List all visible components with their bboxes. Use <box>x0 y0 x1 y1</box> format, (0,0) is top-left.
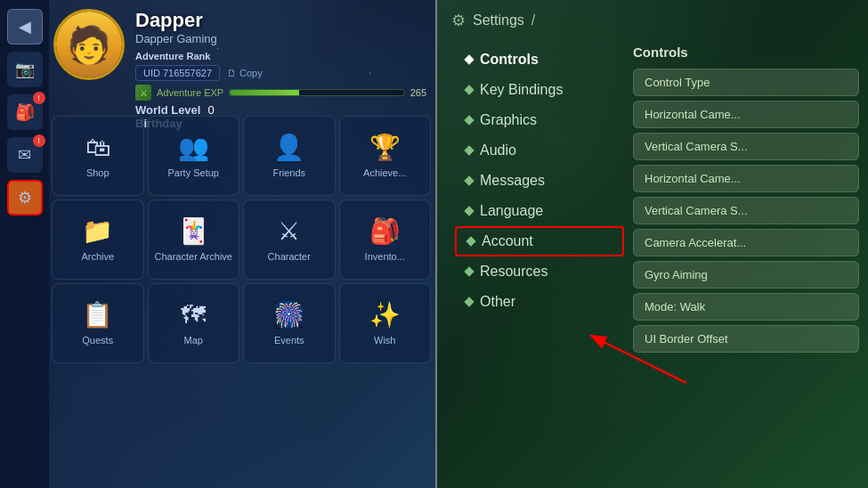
menu-item-party-setup[interactable]: 👥 Party Setup <box>148 116 240 196</box>
world-level-label: World Level <box>135 103 200 117</box>
shop-icon: 🛍 <box>85 133 110 162</box>
achievements-label: Achieve... <box>363 167 406 179</box>
friends-label: Friends <box>272 167 305 179</box>
left-panel: ◀ 📷 🎒 ! ✉ ! ⚙ 🧑 Dapper Dapper Gaming Adv… <box>0 0 435 488</box>
back-button[interactable]: ◀ <box>7 9 43 45</box>
menu-item-archive[interactable]: 📁 Archive <box>52 199 144 280</box>
menu-item-messages[interactable]: Messages <box>455 166 624 196</box>
diamond-icon-graphics <box>464 115 474 125</box>
inventory-icon: 🎒 <box>369 216 401 246</box>
quests-label: Quests <box>82 335 113 346</box>
diamond-icon-language <box>464 206 474 216</box>
quests-icon: 📋 <box>82 300 113 329</box>
menu-item-events[interactable]: 🎆 Events <box>243 283 336 363</box>
map-icon: 🗺 <box>181 300 206 329</box>
bag-icon: 🎒 <box>15 102 35 122</box>
menu-item-inventory[interactable]: 🎒 Invento... <box>339 199 432 280</box>
menu-item-resources[interactable]: Resources <box>455 256 624 287</box>
menu-item-graphics[interactable]: Graphics <box>455 105 624 135</box>
diamond-icon-messages <box>464 175 474 185</box>
menu-item-quests[interactable]: 📋 Quests <box>52 283 144 363</box>
avatar-inner: 🧑 <box>56 12 122 77</box>
profile-subtitle: Dapper Gaming <box>135 32 426 45</box>
exp-bar-fill <box>230 90 299 95</box>
account-label: Account <box>482 233 533 249</box>
settings-button[interactable]: ⚙ <box>7 180 43 216</box>
other-label: Other <box>480 294 515 310</box>
back-icon: ◀ <box>19 17 31 37</box>
graphics-label: Graphics <box>480 112 537 128</box>
party-setup-icon: 👥 <box>178 133 209 162</box>
character-icon: ⚔ <box>278 216 300 246</box>
controls-label: Controls <box>480 52 539 68</box>
audio-label: Audio <box>480 142 516 159</box>
profile-info: Dapper Dapper Gaming Adventure Rank UID … <box>135 9 426 130</box>
exp-value: 265 <box>410 87 426 98</box>
messages-label: Messages <box>480 173 545 189</box>
horizontal-camera-2-button[interactable]: Horizontal Came... <box>633 165 859 192</box>
menu-item-character[interactable]: ⚔ Character <box>243 199 336 280</box>
uid-badge: UID 716557627 <box>135 65 220 81</box>
diamond-icon-keybindings <box>464 85 474 94</box>
menu-item-friends[interactable]: 👤 Friends <box>243 116 336 196</box>
menu-item-key-bindings[interactable]: Key Bindings <box>455 75 624 105</box>
world-level-row: World Level 0 <box>135 103 426 117</box>
mode-walk-button[interactable]: Mode: Walk <box>633 293 859 321</box>
mail-icon: ✉ <box>18 145 31 165</box>
horizontal-camera-1-button[interactable]: Horizontal Came... <box>633 101 859 128</box>
copy-label: Copy <box>239 68 263 78</box>
character-archive-icon: 🃏 <box>178 216 209 246</box>
exp-bar-wrapper <box>229 89 404 96</box>
bag-badge: ! <box>33 92 45 104</box>
rank-label: Adventure Rank <box>135 51 426 61</box>
ui-border-offset-button[interactable]: UI Border Offset <box>633 325 859 353</box>
camera-icon: 📷 <box>15 60 35 79</box>
map-label: Map <box>184 335 203 346</box>
events-icon: 🎆 <box>273 300 304 329</box>
avatar: 🧑 <box>53 9 125 80</box>
camera-acceleration-button[interactable]: Camera Accelerat... <box>633 229 859 256</box>
controls-title: Controls <box>633 45 859 60</box>
character-archive-label: Character Archive <box>155 251 232 263</box>
menu-item-shop[interactable]: 🛍 Shop <box>52 116 144 196</box>
bag-button[interactable]: 🎒 ! <box>7 94 43 130</box>
mail-button[interactable]: ✉ ! <box>7 137 43 173</box>
language-label: Language <box>480 203 543 219</box>
control-type-button[interactable]: Control Type <box>633 69 859 96</box>
menu-grid: 🛍 Shop 👥 Party Setup 👤 Friends 🏆 Achieve… <box>52 116 431 363</box>
diamond-icon-resources <box>464 266 474 276</box>
menu-item-language[interactable]: Language <box>455 196 624 226</box>
world-level-value: 0 <box>207 103 214 117</box>
vertical-camera-2-button[interactable]: Vertical Camera S... <box>633 197 859 224</box>
exp-bar-container: ⚔ Adventure EXP 265 <box>135 85 426 101</box>
copy-button[interactable]: 🗋 Copy <box>227 68 263 78</box>
camera-button[interactable]: 📷 <box>7 52 43 87</box>
exp-label: Adventure EXP <box>157 87 223 98</box>
gyro-aiming-button[interactable]: Gyro Aiming <box>633 261 859 289</box>
menu-item-other[interactable]: Other <box>455 287 624 317</box>
right-panel: ⚙ Settings / Controls Key Bindings Graph… <box>437 0 868 488</box>
settings-menu: Controls Key Bindings Graphics Audio Mes… <box>455 45 624 317</box>
uid-row: UID 716557627 🗋 Copy <box>135 65 426 81</box>
archive-icon: 📁 <box>82 216 113 246</box>
menu-item-wish[interactable]: ✨ Wish <box>339 283 432 363</box>
menu-item-account[interactable]: Account <box>455 226 624 256</box>
menu-item-controls[interactable]: Controls <box>455 45 624 75</box>
resources-label: Resources <box>480 264 548 280</box>
key-bindings-label: Key Bindings <box>480 82 563 98</box>
mail-badge: ! <box>33 134 45 147</box>
settings-header: ⚙ Settings / <box>451 11 535 30</box>
vertical-camera-1-button[interactable]: Vertical Camera S... <box>633 133 859 160</box>
wish-icon: ✨ <box>369 300 401 329</box>
events-label: Events <box>274 335 304 346</box>
menu-item-map[interactable]: 🗺 Map <box>148 283 240 363</box>
settings-gear-icon: ⚙ <box>451 11 466 30</box>
character-label: Character <box>268 251 311 263</box>
party-setup-label: Party Setup <box>168 167 219 179</box>
menu-item-achievements[interactable]: 🏆 Achieve... <box>339 116 432 196</box>
menu-item-audio[interactable]: Audio <box>455 135 624 166</box>
settings-icon: ⚙ <box>18 188 32 207</box>
menu-item-character-archive[interactable]: 🃏 Character Archive <box>148 199 240 280</box>
controls-panel: Controls Control Type Horizontal Came...… <box>633 45 859 357</box>
diamond-icon-other <box>464 297 474 306</box>
